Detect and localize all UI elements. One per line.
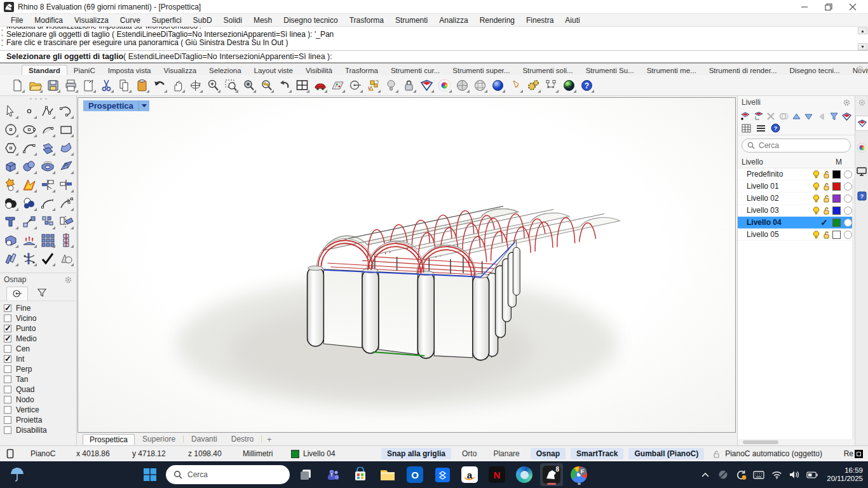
panel-tab-display-monitor[interactable] bbox=[855, 164, 868, 179]
layer-color-swatch[interactable] bbox=[832, 170, 841, 179]
layer-material-circle[interactable] bbox=[844, 182, 852, 191]
tab-disegno-tecnico[interactable]: Disegno tecni... bbox=[783, 65, 846, 75]
tabs-gear-icon[interactable] bbox=[856, 65, 864, 73]
viewport-label[interactable]: Prospettica bbox=[83, 100, 149, 111]
status-units[interactable]: Millimetri bbox=[238, 449, 286, 458]
task-view-button[interactable] bbox=[294, 463, 317, 486]
layer-menu-icon[interactable] bbox=[756, 125, 766, 132]
tool-torus-icon[interactable] bbox=[38, 157, 57, 175]
checkbox[interactable] bbox=[4, 406, 11, 414]
record-history-icon[interactable] bbox=[855, 450, 863, 458]
viewport-tab-prospettica[interactable]: Prospettica bbox=[83, 434, 135, 445]
osnap-option[interactable]: Medio bbox=[4, 334, 76, 344]
layer-row[interactable]: Livello 02 bbox=[738, 193, 855, 205]
tab-seleziona[interactable]: Seleziona bbox=[203, 65, 248, 75]
checkbox[interactable] bbox=[4, 325, 11, 332]
color-wheel-icon[interactable] bbox=[436, 77, 452, 93]
zoom-window-icon[interactable] bbox=[222, 77, 239, 93]
checkbox[interactable] bbox=[4, 355, 11, 363]
new-file-icon[interactable] bbox=[9, 77, 25, 93]
tab-visualizza[interactable]: Visualizza bbox=[157, 65, 203, 75]
layer-color-swatch[interactable] bbox=[832, 194, 841, 203]
menu-strumenti[interactable]: Strumenti bbox=[390, 15, 433, 26]
dimension-icon[interactable] bbox=[543, 77, 559, 93]
menu-finestra[interactable]: Finestra bbox=[520, 15, 559, 26]
toggle-ortho[interactable]: Orto bbox=[456, 448, 482, 459]
layer-state-icon[interactable] bbox=[365, 77, 381, 93]
layers-search-input[interactable]: Cerca bbox=[742, 139, 851, 152]
layer-visible-bulb-icon[interactable] bbox=[811, 194, 821, 203]
zoom-extents-icon[interactable] bbox=[258, 77, 275, 93]
shaded-display-icon[interactable] bbox=[454, 77, 470, 93]
layer-visible-bulb-icon[interactable] bbox=[811, 170, 821, 179]
tab-imposta-vista[interactable]: Imposta vista bbox=[102, 65, 158, 75]
layer-help-icon[interactable]: ? bbox=[771, 123, 780, 133]
amazon-icon[interactable]: a bbox=[458, 463, 481, 486]
status-record[interactable]: Re bbox=[839, 449, 855, 458]
tool-polygon-icon[interactable] bbox=[1, 139, 20, 157]
layer-lock-icon[interactable] bbox=[821, 207, 831, 215]
menu-visualizza[interactable]: Visualizza bbox=[69, 15, 114, 26]
menu-solidi[interactable]: Solidi bbox=[218, 15, 248, 26]
cplane-icon[interactable] bbox=[347, 77, 363, 93]
move-layer-down-icon[interactable] bbox=[803, 111, 814, 122]
layer-visible-bulb-icon[interactable] bbox=[811, 231, 821, 239]
delete-layer-icon[interactable] bbox=[766, 111, 776, 122]
osnap-option[interactable]: Fine bbox=[4, 303, 76, 313]
checkbox[interactable] bbox=[4, 365, 11, 373]
viewport-label-dropdown[interactable] bbox=[139, 100, 149, 111]
checkbox[interactable] bbox=[4, 386, 11, 393]
file-explorer-icon[interactable] bbox=[376, 463, 399, 486]
tool-curve-icon[interactable] bbox=[57, 102, 75, 120]
checkbox[interactable] bbox=[4, 335, 11, 342]
tool-trim-icon[interactable] bbox=[38, 175, 57, 194]
render-globe-icon[interactable] bbox=[560, 77, 577, 93]
tab-visibilita[interactable]: Visibilità bbox=[299, 65, 339, 75]
layer-material-circle[interactable] bbox=[844, 170, 852, 179]
checkbox[interactable] bbox=[4, 416, 11, 424]
taskbar-search[interactable]: Cerca bbox=[166, 465, 290, 484]
command-scroll-up[interactable]: ▲ bbox=[858, 27, 867, 34]
map-array-icon[interactable] bbox=[329, 77, 346, 93]
status-grid-icon[interactable] bbox=[6, 449, 14, 459]
zoom-in-icon[interactable] bbox=[205, 77, 221, 93]
netflix-icon[interactable]: N bbox=[485, 463, 508, 486]
tab-trasforma[interactable]: Trasforma bbox=[339, 65, 384, 75]
weather-widget[interactable] bbox=[9, 466, 25, 483]
checkbox[interactable] bbox=[4, 376, 11, 383]
taskbar-clock[interactable]: 16:59 20/11/2025 bbox=[827, 466, 863, 483]
start-button[interactable] bbox=[139, 463, 161, 486]
checkbox[interactable] bbox=[4, 426, 11, 434]
tool-sphere-icon[interactable] bbox=[20, 157, 38, 175]
named-view-icon[interactable] bbox=[311, 77, 328, 93]
tool-move-icon[interactable] bbox=[20, 212, 38, 231]
toggle-smarttrack[interactable]: SmartTrack bbox=[571, 448, 623, 459]
layers-horizontal-scrollbar[interactable] bbox=[738, 439, 855, 445]
viewport-layout-icon[interactable] bbox=[294, 77, 310, 93]
tool-copy-icon[interactable] bbox=[38, 212, 57, 231]
layer-color-swatch[interactable] bbox=[832, 182, 841, 191]
export-page-icon[interactable] bbox=[80, 77, 97, 93]
panel-tab-display-colors[interactable] bbox=[855, 140, 868, 155]
tray-chevron-up-icon[interactable] bbox=[700, 469, 711, 480]
rendered-display-icon[interactable] bbox=[489, 77, 506, 93]
status-layer[interactable]: Livello 04 bbox=[286, 449, 381, 458]
osnap-option[interactable]: Tan bbox=[4, 374, 76, 384]
tray-wifi-icon[interactable] bbox=[771, 469, 782, 480]
toggle-planar[interactable]: Planare bbox=[487, 448, 525, 459]
tool-curved-surface-icon[interactable] bbox=[57, 139, 75, 157]
collapse-layers-icon[interactable] bbox=[816, 111, 827, 122]
toggle-grid-snap[interactable]: Snap alla griglia bbox=[381, 448, 451, 459]
osnap-option[interactable]: Punto bbox=[4, 323, 76, 334]
osnap-option[interactable]: Quad bbox=[4, 384, 76, 395]
tab-strumenti-subd[interactable]: Strumenti Su... bbox=[580, 65, 641, 75]
status-cplane[interactable]: PianoC bbox=[25, 449, 71, 458]
tool-check-icon[interactable] bbox=[38, 249, 57, 268]
edge-icon[interactable] bbox=[513, 463, 536, 486]
rotate-view-icon[interactable] bbox=[187, 77, 203, 93]
tab-strumenti-render[interactable]: Strumenti di render... bbox=[703, 65, 783, 75]
add-viewport-tab-button[interactable]: + bbox=[263, 435, 276, 444]
toggle-gumball[interactable]: Gumball (PianoC) bbox=[628, 448, 704, 459]
menu-aiuti[interactable]: Aiuti bbox=[559, 15, 585, 26]
close-button[interactable] bbox=[849, 3, 857, 11]
